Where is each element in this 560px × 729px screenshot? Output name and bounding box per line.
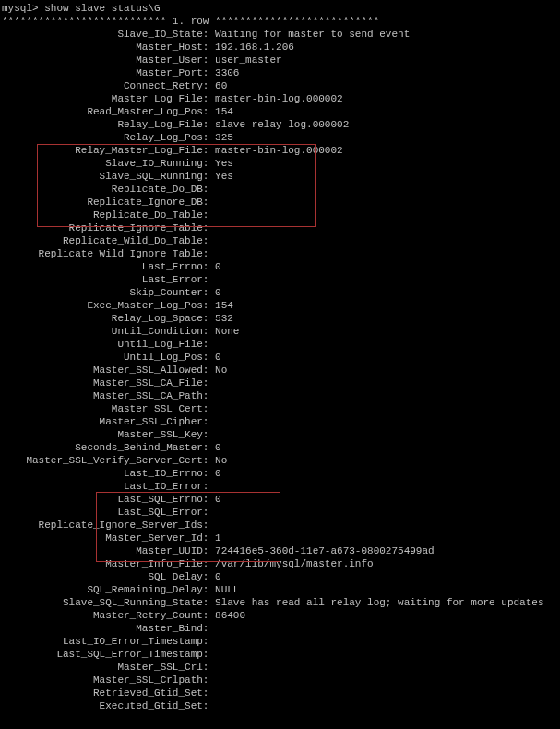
status-row: Last_Error:: [2, 273, 558, 286]
status-row: Skip_Counter: 0: [2, 286, 558, 299]
status-row: Slave_SQL_Running: Yes: [2, 170, 558, 183]
status-row: Master_SSL_Cert:: [2, 402, 558, 415]
row-header: *************************** 1. row *****…: [2, 15, 558, 28]
status-row: Replicate_Ignore_DB:: [2, 196, 558, 209]
status-row: Until_Condition: None: [2, 325, 558, 338]
status-row: Replicate_Do_Table:: [2, 209, 558, 221]
status-row: Replicate_Wild_Ignore_Table:: [2, 247, 558, 260]
status-row: Slave_IO_State: Waiting for master to se…: [2, 28, 558, 41]
status-rows: Slave_IO_State: Waiting for master to se…: [2, 28, 558, 712]
status-row: Relay_Log_File: slave-relay-log.000002: [2, 118, 558, 131]
status-row: Master_SSL_Crl:: [2, 661, 558, 674]
status-row: Last_SQL_Error:: [2, 506, 558, 519]
status-row: Slave_SQL_Running_State: Slave has read …: [2, 596, 558, 609]
status-row: Relay_Log_Space: 532: [2, 312, 558, 325]
status-row: Master_Server_Id: 1: [2, 532, 558, 544]
status-row: Master_Bind:: [2, 622, 558, 635]
status-row: Read_Master_Log_Pos: 154: [2, 105, 558, 118]
status-row: Master_Host: 192.168.1.206: [2, 41, 558, 54]
status-row: Master_Info_File: /var/lib/mysql/master.…: [2, 557, 558, 570]
status-row: Last_SQL_Error_Timestamp:: [2, 648, 558, 661]
status-row: Slave_IO_Running: Yes: [2, 157, 558, 170]
status-row: Master_Log_File: master-bin-log.000002: [2, 92, 558, 105]
status-row: Master_SSL_Cipher:: [2, 415, 558, 428]
status-row: Retrieved_Gtid_Set:: [2, 687, 558, 699]
status-row: Last_IO_Errno: 0: [2, 467, 558, 480]
status-row: Exec_Master_Log_Pos: 154: [2, 299, 558, 312]
status-row: Replicate_Ignore_Table:: [2, 221, 558, 234]
status-row: Master_SSL_Crlpath:: [2, 674, 558, 687]
status-row: Master_SSL_Allowed: No: [2, 364, 558, 376]
status-row: Master_User: user_master: [2, 54, 558, 66]
status-row: Master_SSL_Verify_Server_Cert: No: [2, 454, 558, 467]
status-row: Last_IO_Error_Timestamp:: [2, 635, 558, 648]
status-row: Last_SQL_Errno: 0: [2, 493, 558, 506]
prompt-line: mysql> show slave status\G: [2, 2, 558, 15]
status-row: Seconds_Behind_Master: 0: [2, 441, 558, 454]
status-row: SQL_Remaining_Delay: NULL: [2, 583, 558, 596]
status-row: Executed_Gtid_Set:: [2, 699, 558, 712]
status-row: SQL_Delay: 0: [2, 570, 558, 583]
status-row: Relay_Log_Pos: 325: [2, 131, 558, 144]
status-row: Master_UUID: 724416e5-360d-11e7-a673-080…: [2, 544, 558, 557]
status-row: Replicate_Wild_Do_Table:: [2, 234, 558, 247]
status-row: Until_Log_Pos: 0: [2, 351, 558, 364]
status-row: Master_Port: 3306: [2, 66, 558, 79]
status-row: Master_SSL_CA_Path:: [2, 389, 558, 402]
status-row: Last_Errno: 0: [2, 260, 558, 273]
status-row: Replicate_Ignore_Server_Ids:: [2, 519, 558, 532]
status-row: Master_SSL_Key:: [2, 428, 558, 441]
status-row: Last_IO_Error:: [2, 480, 558, 493]
status-row: Until_Log_File:: [2, 338, 558, 351]
status-row: Master_SSL_CA_File:: [2, 376, 558, 389]
status-row: Connect_Retry: 60: [2, 79, 558, 92]
status-row: Relay_Master_Log_File: master-bin-log.00…: [2, 144, 558, 157]
status-row: Master_Retry_Count: 86400: [2, 609, 558, 622]
status-row: Replicate_Do_DB:: [2, 183, 558, 196]
